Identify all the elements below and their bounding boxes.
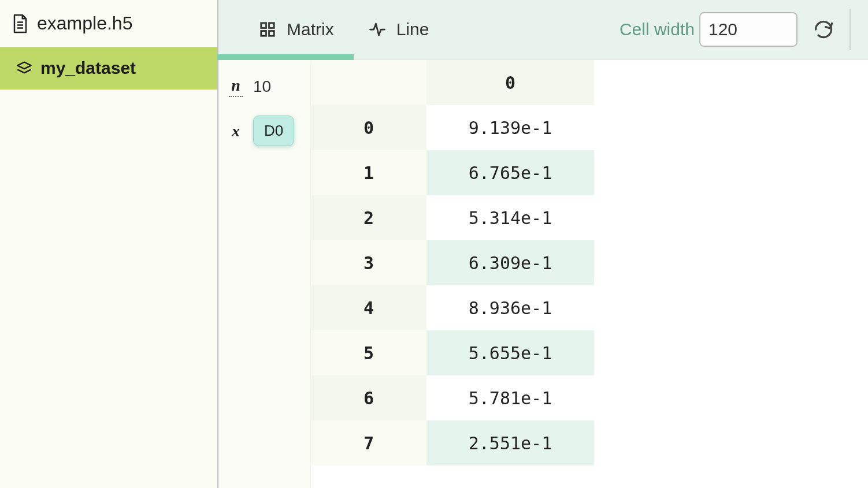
table-row: 4 8.936e-1 [311,285,594,330]
tab-label: Line [396,20,429,39]
table-row: 7 2.551e-1 [311,420,594,465]
cell-width-input[interactable] [699,12,797,47]
grid-body: 0 9.139e-1 1 6.765e-1 2 5.314e-1 3 6.309… [311,105,594,465]
layers-icon [16,60,32,76]
col-header[interactable]: 0 [426,60,594,105]
toolbar: Matrix Line Cell width [218,0,868,60]
data-grid: 0 0 9.139e-1 1 6.765e-1 2 5.314e-1 [311,60,594,488]
table-row: 1 6.765e-1 [311,150,594,195]
file-name-label: example.h5 [37,13,132,34]
file-header[interactable]: example.h5 [0,0,217,47]
content-area: n 10 x D0 0 0 9.139e-1 [218,60,868,488]
row-index[interactable]: 1 [311,150,426,195]
cell[interactable]: 5.314e-1 [426,195,594,240]
cell[interactable]: 8.936e-1 [426,285,594,330]
table-row: 0 9.139e-1 [311,105,594,150]
svg-rect-6 [261,31,266,36]
cell[interactable]: 9.139e-1 [426,105,594,150]
svg-rect-5 [269,23,275,28]
tab-label: Matrix [287,20,334,39]
svg-rect-7 [269,31,275,36]
table-row: 5 5.655e-1 [311,330,594,375]
table-row: 6 5.781e-1 [311,375,594,420]
cell[interactable]: 2.551e-1 [426,420,594,465]
cell[interactable]: 5.655e-1 [426,330,594,375]
table-row: 2 5.314e-1 [311,195,594,240]
svg-marker-3 [17,62,31,69]
sidebar: example.h5 my_dataset [0,0,218,488]
main-panel: Matrix Line Cell width [218,0,868,488]
n-symbol: n [229,76,243,97]
cell-width-control: Cell width [620,12,797,47]
grid-header-row: 0 [311,60,594,105]
row-index-header [311,60,426,105]
tab-matrix[interactable]: Matrix [242,0,351,59]
param-x: x D0 [229,116,300,146]
row-index[interactable]: 7 [311,420,426,465]
refresh-button[interactable] [797,19,850,40]
row-index[interactable]: 3 [311,240,426,285]
dim-chip[interactable]: D0 [253,116,294,146]
grid-icon [259,21,276,38]
cell[interactable]: 6.309e-1 [426,240,594,285]
table-row: 3 6.309e-1 [311,240,594,285]
row-index[interactable]: 4 [311,285,426,330]
more-menu[interactable] [850,9,868,50]
sidebar-item-label: my_dataset [40,58,136,78]
activity-icon [369,21,386,38]
row-index[interactable]: 0 [311,105,426,150]
sidebar-item-my-dataset[interactable]: my_dataset [0,47,217,90]
row-index[interactable]: 2 [311,195,426,240]
app-root: example.h5 my_dataset [0,0,868,488]
file-icon [12,13,29,34]
refresh-icon [813,19,834,40]
params-panel: n 10 x D0 [218,60,311,488]
row-index[interactable]: 6 [311,375,426,420]
n-value: 10 [253,77,271,96]
cell[interactable]: 6.765e-1 [426,150,594,195]
cell-width-label: Cell width [620,20,695,39]
param-n[interactable]: n 10 [229,76,300,97]
svg-rect-4 [261,23,266,28]
row-index[interactable]: 5 [311,330,426,375]
x-symbol: x [229,122,243,140]
tab-line[interactable]: Line [351,0,447,59]
cell[interactable]: 5.781e-1 [426,375,594,420]
